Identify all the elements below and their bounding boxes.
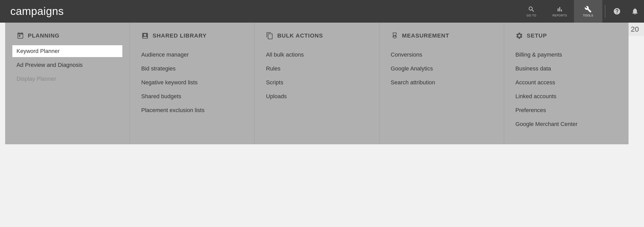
reports-button[interactable]: REPORTS bbox=[546, 0, 574, 23]
preferences-item[interactable]: Preferences bbox=[515, 103, 617, 117]
planning-header: PLANNING bbox=[16, 32, 118, 40]
shared-library-title: SHARED LIBRARY bbox=[152, 32, 207, 39]
hourglass-icon bbox=[391, 32, 399, 40]
setup-title: SETUP bbox=[527, 32, 547, 39]
all-bulk-actions-item[interactable]: All bulk actions bbox=[266, 48, 368, 62]
ad-preview-item[interactable]: Ad Preview and Diagnosis bbox=[16, 58, 118, 72]
bulk-actions-header: BULK ACTIONS bbox=[266, 32, 368, 40]
scripts-item[interactable]: Scripts bbox=[266, 76, 368, 89]
shared-library-column: SHARED LIBRARY Audience manager Bid stra… bbox=[130, 23, 255, 144]
tools-label: TOOLS bbox=[583, 14, 593, 17]
goto-button[interactable]: GO TO bbox=[517, 0, 546, 23]
search-attribution-item[interactable]: Search attribution bbox=[391, 76, 493, 89]
gear-icon bbox=[515, 32, 523, 40]
shared-budgets-item[interactable]: Shared budgets bbox=[141, 89, 243, 103]
bulk-icon bbox=[266, 32, 274, 40]
setup-header: SETUP bbox=[515, 32, 617, 40]
help-icon bbox=[613, 7, 621, 15]
billing-payments-item[interactable]: Billing & payments bbox=[515, 48, 617, 62]
bid-strategies-item[interactable]: Bid strategies bbox=[141, 62, 243, 76]
top-bar: campaigns GO TO REPORTS TOOLS bbox=[0, 0, 644, 23]
measurement-column: MEASUREMENT Conversions Google Analytics… bbox=[379, 23, 504, 144]
page-title: campaigns bbox=[10, 5, 64, 17]
planning-column: PLANNING Keyword Planner Ad Preview and … bbox=[5, 23, 130, 144]
bulk-actions-title: BULK ACTIONS bbox=[277, 32, 323, 39]
tools-button[interactable]: TOOLS bbox=[574, 0, 602, 23]
planning-title: PLANNING bbox=[28, 32, 60, 39]
audience-manager-item[interactable]: Audience manager bbox=[141, 48, 243, 62]
business-data-item[interactable]: Business data bbox=[515, 62, 617, 76]
bell-icon bbox=[631, 7, 639, 15]
negative-keyword-lists-item[interactable]: Negative keyword lists bbox=[141, 76, 243, 89]
uploads-item[interactable]: Uploads bbox=[266, 89, 368, 103]
setup-column: SETUP Billing & payments Business data A… bbox=[504, 23, 629, 144]
display-planner-item: Display Planner bbox=[16, 72, 118, 86]
help-button[interactable] bbox=[608, 0, 626, 23]
placement-exclusion-lists-item[interactable]: Placement exclusion lists bbox=[141, 103, 243, 117]
account-access-item[interactable]: Account access bbox=[515, 76, 617, 89]
rules-item[interactable]: Rules bbox=[266, 62, 368, 76]
tools-dropdown-menu: PLANNING Keyword Planner Ad Preview and … bbox=[5, 23, 629, 144]
measurement-title: MEASUREMENT bbox=[402, 32, 449, 39]
notifications-button[interactable] bbox=[626, 0, 644, 23]
google-analytics-item[interactable]: Google Analytics bbox=[391, 62, 493, 76]
divider bbox=[605, 5, 605, 18]
calendar-icon bbox=[16, 32, 24, 40]
top-bar-icons: GO TO REPORTS TOOLS bbox=[517, 0, 644, 23]
shared-library-header: SHARED LIBRARY bbox=[141, 32, 243, 40]
wrench-icon bbox=[584, 6, 592, 13]
bar-chart-icon bbox=[556, 6, 563, 13]
measurement-header: MEASUREMENT bbox=[391, 32, 493, 40]
keyword-planner-item[interactable]: Keyword Planner bbox=[12, 45, 122, 57]
library-icon bbox=[141, 32, 149, 40]
bulk-actions-column: BULK ACTIONS All bulk actions Rules Scri… bbox=[255, 23, 379, 144]
linked-accounts-item[interactable]: Linked accounts bbox=[515, 89, 617, 103]
google-merchant-center-item[interactable]: Google Merchant Center bbox=[515, 117, 617, 131]
goto-label: GO TO bbox=[527, 14, 536, 17]
search-icon bbox=[528, 6, 535, 13]
conversions-item[interactable]: Conversions bbox=[391, 48, 493, 62]
reports-label: REPORTS bbox=[553, 14, 567, 17]
